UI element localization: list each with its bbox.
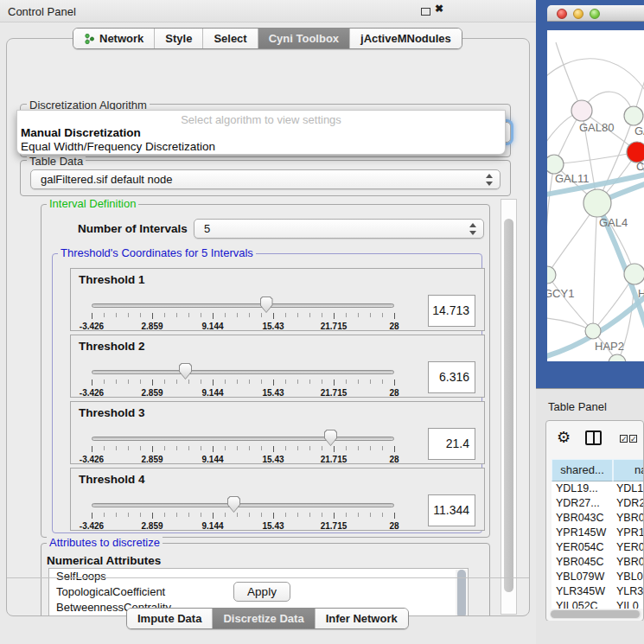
threshold-value-field[interactable]: 6.316 [428, 361, 475, 393]
table-row[interactable]: YDR27...YDR2 [552, 496, 644, 511]
column-split-icon[interactable] [585, 430, 602, 445]
table-row[interactable]: YER054CYER0 [552, 540, 644, 555]
table-row[interactable]: YDL19...YDL1 [552, 481, 644, 496]
cell-name[interactable]: YPR1 [613, 526, 644, 540]
network-view-frame[interactable]: GAL80GACGAL11GAL4GCY1HHAP2 [536, 0, 644, 388]
cell-shared-name[interactable]: YBR045C [552, 555, 613, 570]
panel-vertical-scrollbar[interactable] [501, 199, 517, 615]
cell-name[interactable]: YDL1 [613, 481, 644, 496]
cell-shared-name[interactable]: YBL079W [552, 570, 613, 584]
popup-item-equal-width-frequency[interactable]: Equal Width/Frequency Discretization [21, 140, 215, 153]
network-node-gal11[interactable] [547, 155, 564, 174]
cell-name[interactable]: YBL0 [613, 570, 644, 584]
network-node-gal80[interactable] [571, 100, 592, 121]
close-icon[interactable]: ✖ [435, 3, 443, 15]
slider-handle[interactable] [179, 363, 192, 379]
cell-shared-name[interactable]: YDR27... [552, 496, 613, 511]
network-canvas[interactable]: GAL80GACGAL11GAL4GCY1HHAP2 [547, 30, 644, 361]
cell-shared-name[interactable]: YPR145W [552, 526, 613, 540]
table-row[interactable]: YPR145WYPR1 [552, 526, 644, 540]
slider-handle[interactable] [324, 430, 337, 446]
table-horizontal-scrollbar[interactable] [550, 609, 641, 619]
checkbox-icon[interactable]: ✓ [620, 435, 628, 443]
threshold-value-field[interactable]: 11.344 [428, 494, 475, 526]
threshold-slider[interactable]: -3.4262.8599.14415.4321.71528 [92, 435, 394, 464]
network-window-titlebar[interactable] [547, 5, 644, 22]
slider-track[interactable] [92, 437, 394, 441]
cell-name[interactable]: YBR0 [613, 511, 644, 526]
num-intervals-value: 5 [204, 222, 210, 235]
tab-cyni-toolbox[interactable]: Cyni Toolbox [258, 29, 349, 48]
tab-network[interactable]: Network [73, 29, 154, 48]
tab-style[interactable]: Style [154, 29, 202, 48]
interval-definition-group: Interval Definition Number of Intervals … [41, 204, 490, 538]
threshold-box-2: Threshold 2-3.4262.8599.14415.4321.71528… [70, 335, 485, 398]
slider-tick-label: 9.144 [201, 521, 223, 531]
window-zoom-icon[interactable] [590, 9, 600, 19]
table-row[interactable]: YBR045CYBR0 [552, 555, 644, 570]
apply-button[interactable]: Apply [233, 582, 290, 602]
cell-shared-name[interactable]: YDL19... [552, 481, 613, 496]
column-header-shared[interactable]: shared... [552, 459, 613, 481]
column-header-name[interactable]: na [613, 459, 644, 481]
tab-infer-network[interactable]: Infer Network [315, 609, 408, 628]
table-row[interactable]: YLR345WYLR3 [552, 584, 644, 599]
tab-jactivemnodules[interactable]: jActiveMNodules [349, 29, 462, 48]
network-node-ga[interactable] [624, 106, 643, 125]
slider-tick-label: 2.859 [141, 521, 163, 531]
cell-name[interactable]: YBR0 [613, 555, 644, 570]
threshold-value-field[interactable]: 21.4 [428, 428, 475, 460]
slider-handle[interactable] [260, 296, 273, 313]
network-edge [554, 152, 637, 164]
threshold-list: Threshold 1-3.4262.8599.14415.4321.71528… [53, 268, 485, 534]
table-row[interactable]: YIL052CYIL0 [552, 599, 644, 609]
threshold-slider[interactable]: -3.4262.8599.14415.4321.71528 [92, 501, 394, 531]
popup-item-manual-discretization[interactable]: Manual Discretization [21, 126, 141, 139]
network-node-gcy1[interactable] [547, 266, 556, 284]
cell-shared-name[interactable]: YIL052C [552, 599, 613, 609]
slider-track[interactable] [92, 370, 394, 374]
scrollbar-thumb[interactable] [504, 219, 513, 592]
slider-tick-label: 21.715 [321, 521, 348, 531]
threshold-slider[interactable]: -3.4262.8599.14415.4321.71528 [92, 368, 394, 398]
tab-impute-data[interactable]: Impute Data [127, 609, 212, 628]
network-node-gal4[interactable] [583, 189, 611, 217]
network-edge [547, 164, 554, 275]
numerical-attributes-label: Numerical Attributes [47, 554, 161, 567]
network-node-h[interactable] [624, 264, 644, 284]
table-row[interactable]: YBL079WYBL0 [552, 570, 644, 584]
float-panel-icon[interactable] [421, 8, 430, 16]
cell-name[interactable]: YDR2 [613, 496, 644, 511]
slider-track[interactable] [92, 303, 394, 308]
slider-tick-label: 15.43 [262, 322, 284, 331]
threshold-slider[interactable]: -3.4262.8599.14415.4321.71528 [92, 302, 394, 331]
gear-icon[interactable]: ⚙ [557, 428, 571, 447]
window-close-icon[interactable] [557, 9, 567, 19]
slider-tick-label: 28 [389, 322, 399, 331]
slider-track[interactable] [92, 503, 394, 507]
slider-tick-label: -3.426 [80, 388, 104, 398]
cell-name[interactable]: YLR3 [613, 584, 644, 599]
algorithm-dropdown-popup: Select algorithm to view settings Manual… [16, 110, 506, 155]
tab-select[interactable]: Select [202, 29, 257, 48]
cell-name[interactable]: YIL0 [613, 599, 644, 609]
control-panel: Control Panel ✖ Network Style Select Cyn… [0, 0, 536, 644]
table-data-combobox[interactable]: galFiltered.sif default node [30, 169, 501, 189]
threshold-value-field[interactable]: 14.713 [428, 295, 475, 327]
table-header-row: shared... na [552, 459, 644, 481]
network-node-hap2[interactable] [585, 323, 601, 339]
cell-shared-name[interactable]: YER054C [552, 540, 613, 555]
cell-shared-name[interactable]: YLR345W [552, 584, 613, 599]
cell-name[interactable]: YER0 [613, 540, 644, 555]
network-edge [593, 203, 597, 331]
tab-discretize-data[interactable]: Discretize Data [212, 609, 314, 628]
network-node[interactable] [609, 354, 626, 361]
slider-handle[interactable] [227, 496, 240, 513]
slider-tick-label: 21.715 [321, 455, 348, 464]
table-row[interactable]: YBR043CYBR0 [552, 511, 644, 526]
window-minimize-icon[interactable] [573, 9, 583, 19]
cell-shared-name[interactable]: YBR043C [552, 511, 613, 526]
checkbox-icon[interactable]: ✓ [629, 435, 637, 443]
num-intervals-combobox[interactable]: 5 [194, 219, 484, 239]
node-label: GAL80 [579, 121, 614, 134]
